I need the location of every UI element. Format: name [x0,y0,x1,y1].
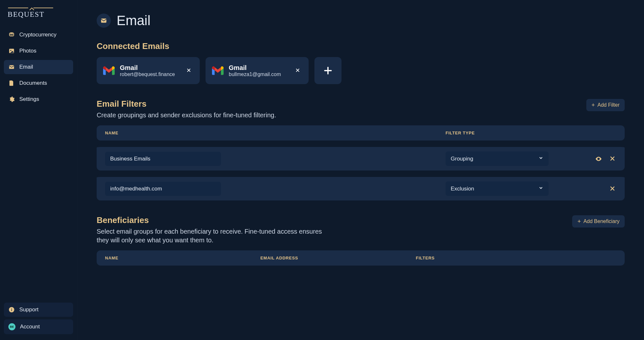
sidebar-item-support[interactable]: Support [4,303,73,317]
filters-table: Name Filter Type [97,125,625,141]
filter-name-input[interactable]: info@medhealth.com [105,182,221,196]
delete-filter-button[interactable] [609,155,616,162]
brand-logo: BEQUEST [4,3,73,28]
svg-point-2 [9,32,14,34]
sidebar-item-settings[interactable]: Settings [4,92,73,106]
connected-emails-title: Connected Emails [97,41,625,51]
sidebar-item-photos[interactable]: Photos [4,44,73,58]
chevron-down-icon [538,185,543,192]
sidebar-item-label: Settings [19,96,39,102]
beneficiaries-desc: Select email groups for each beneficiary… [97,227,329,245]
file-icon [8,80,15,86]
sidebar-item-account[interactable]: BE Account [4,319,73,334]
connected-email-card[interactable]: Gmail bullmeza1@gmail.com [206,57,309,84]
gmail-icon [103,66,115,75]
filter-type-select[interactable]: Exclusion [446,181,549,196]
sidebar-item-label: Support [19,306,39,313]
sidebar-item-email[interactable]: Email [4,60,73,74]
email-address: bullmeza1@gmail.com [229,72,288,77]
email-filters-title: Email Filters [97,99,276,109]
sidebar-bottom: Support BE Account [4,303,73,337]
add-email-button[interactable] [314,57,341,84]
info-icon [8,306,15,313]
view-filter-button[interactable] [595,155,602,162]
col-email: Email Address [260,256,406,260]
remove-email-button[interactable] [293,66,302,76]
email-provider: Gmail [229,64,288,72]
sidebar-item-label: Email [19,64,33,70]
svg-point-4 [10,50,11,51]
email-filters-desc: Create groupings and sender exclusions f… [97,111,276,120]
sidebar-item-label: Cryptocurrency [19,32,56,38]
coins-icon [8,32,15,38]
svg-rect-7 [11,309,12,311]
sidebar-item-documents[interactable]: Documents [4,76,73,90]
sidebar-item-label: Account [20,324,40,330]
beneficiaries-table: Name Email Address Filters [97,250,625,266]
mail-icon [8,64,15,70]
connected-emails-section: Connected Emails Gmail robert@bequest.fi… [97,41,625,84]
sidebar-item-label: Documents [19,80,47,86]
gear-icon [8,96,15,102]
filter-name-input[interactable]: Business Emails [105,152,221,166]
plus-icon: + [591,102,595,108]
beneficiaries-section: Beneficiaries Select email groups for ea… [97,215,625,266]
remove-email-button[interactable] [184,66,193,76]
plus-icon: + [577,219,581,224]
connected-email-card[interactable]: Gmail robert@bequest.finance [97,57,200,84]
beneficiaries-title: Beneficiaries [97,215,329,225]
gmail-icon [212,66,224,75]
email-filters-section: Email Filters Create groupings and sende… [97,99,625,200]
filter-type-select[interactable]: Grouping [446,151,549,166]
col-name: Name [105,131,436,135]
col-type: Filter Type [446,131,549,135]
sidebar-item-label: Photos [19,48,36,54]
image-icon [8,48,15,54]
filter-row: info@medhealth.com Exclusion [97,174,625,200]
email-provider: Gmail [120,64,179,72]
filter-row: Business Emails Grouping [97,144,625,170]
page-header: Email [97,13,625,28]
col-filters: Filters [416,256,562,260]
chevron-down-icon [538,155,543,162]
sidebar-nav: Cryptocurrency Photos Email Documents [4,28,73,106]
avatar: BE [8,323,15,330]
email-address: robert@bequest.finance [120,72,179,77]
col-name: Name [105,256,251,260]
brand-text: BEQUEST [8,10,44,18]
svg-rect-8 [11,308,12,309]
page-icon [97,14,111,28]
main-content: Email Connected Emails Gmail [77,0,644,340]
svg-point-10 [598,158,599,160]
delete-filter-button[interactable] [609,185,616,192]
sidebar: BEQUEST Cryptocurrency Photos Emai [0,0,77,340]
sidebar-item-cryptocurrency[interactable]: Cryptocurrency [4,28,73,42]
page-title: Email [117,13,150,28]
add-filter-button[interactable]: + Add Filter [586,99,625,111]
add-beneficiary-button[interactable]: + Add Beneficiary [572,215,625,228]
